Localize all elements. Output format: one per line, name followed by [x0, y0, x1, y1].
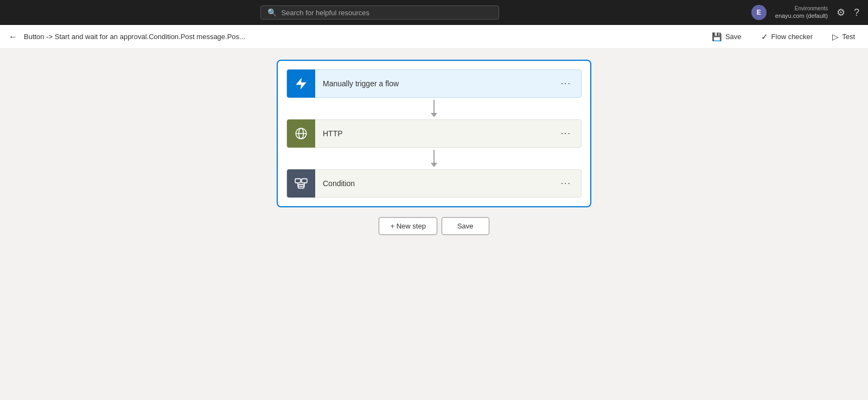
condition-step-left: Condition — [287, 169, 558, 198]
flow-box: Manually trigger a flow ··· — [277, 60, 591, 207]
user-avatar[interactable]: E — [751, 5, 767, 20]
http-icon — [294, 126, 308, 141]
arrow-connector-2 — [286, 148, 582, 169]
back-button[interactable]: ← — [9, 32, 17, 42]
test-icon: ▷ — [832, 32, 839, 42]
condition-step-label: Condition — [315, 179, 355, 188]
trigger-step-left: Manually trigger a flow — [287, 69, 558, 98]
topbar-center: 🔍 Search for helpful resources — [9, 5, 751, 20]
save-toolbar-button[interactable]: 💾 Save — [707, 30, 746, 44]
trigger-icon — [294, 77, 308, 91]
arrow-head-1 — [431, 113, 437, 117]
flow-checker-button[interactable]: ✓ Flow checker — [757, 30, 818, 44]
trigger-step-card[interactable]: Manually trigger a flow ··· — [286, 69, 582, 98]
arrow-head-2 — [431, 163, 437, 167]
save-flow-button[interactable]: Save — [442, 217, 489, 235]
svg-rect-4 — [302, 179, 307, 183]
help-icon[interactable]: ? — [854, 7, 859, 18]
http-more-button[interactable]: ··· — [558, 126, 575, 141]
trigger-more-button[interactable]: ··· — [558, 77, 575, 91]
test-label: Test — [842, 33, 855, 41]
flow-checker-label: Flow checker — [771, 33, 813, 41]
toolbar-left: ← Button -> Start and wait for an approv… — [9, 32, 245, 42]
bottom-actions: + New step Save — [379, 217, 489, 235]
http-step-card[interactable]: HTTP ··· — [286, 119, 582, 148]
env-info: Environments enayu.com (default) — [775, 5, 828, 20]
condition-step-card[interactable]: Condition ··· — [286, 169, 582, 198]
secondary-toolbar: ← Button -> Start and wait for an approv… — [0, 25, 868, 49]
http-icon-box — [287, 119, 315, 148]
search-icon: 🔍 — [267, 8, 277, 17]
settings-icon[interactable]: ⚙ — [837, 7, 845, 18]
topbar-right: E Environments enayu.com (default) ⚙ ? — [751, 5, 859, 20]
new-step-button[interactable]: + New step — [379, 217, 437, 235]
condition-icon-box — [287, 169, 315, 198]
trigger-step-label: Manually trigger a flow — [315, 79, 399, 88]
search-box[interactable]: 🔍 Search for helpful resources — [260, 5, 499, 20]
condition-more-button[interactable]: ··· — [558, 176, 575, 191]
arrow-connector-1 — [286, 98, 582, 119]
save-label: Save — [725, 33, 742, 41]
flow-checker-icon: ✓ — [761, 32, 768, 42]
http-step-left: HTTP — [287, 119, 558, 148]
env-label: Environments — [795, 5, 828, 12]
arrow-line-2 — [433, 150, 435, 163]
condition-icon — [294, 176, 308, 191]
topbar: 🔍 Search for helpful resources E Environ… — [0, 0, 868, 25]
breadcrumb: Button -> Start and wait for an approval… — [24, 33, 245, 41]
search-placeholder: Search for helpful resources — [281, 9, 369, 17]
save-icon: 💾 — [712, 32, 722, 42]
svg-rect-3 — [295, 179, 301, 183]
arrow-line-1 — [433, 100, 435, 113]
toolbar-right: 💾 Save ✓ Flow checker ▷ Test — [707, 30, 859, 44]
flow-container: Manually trigger a flow ··· — [277, 60, 591, 235]
test-button[interactable]: ▷ Test — [828, 30, 859, 44]
http-step-label: HTTP — [315, 129, 343, 138]
canvas: Manually trigger a flow ··· — [0, 49, 868, 400]
trigger-icon-box — [287, 69, 315, 98]
env-name: enayu.com (default) — [775, 12, 828, 20]
